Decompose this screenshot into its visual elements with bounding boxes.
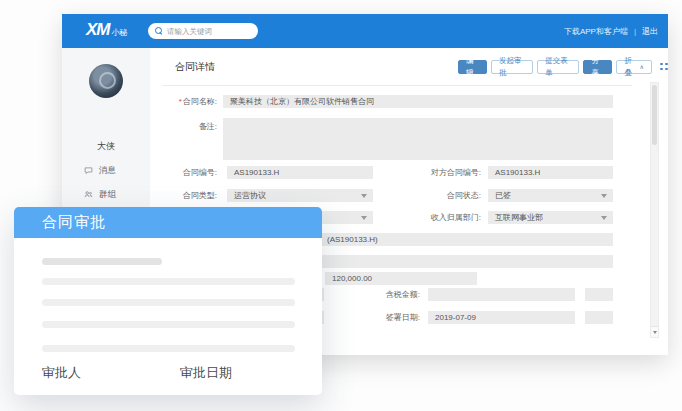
logo-subtext: 小秘 xyxy=(112,27,128,38)
counterpart-no-field[interactable]: AS190133.H xyxy=(488,166,613,179)
tax-amount-field[interactable] xyxy=(428,288,575,301)
counterpart-no-label: 对方合同编号: xyxy=(401,166,481,179)
message-icon xyxy=(84,166,93,175)
logo-text: XM xyxy=(86,20,110,40)
contract-name-label: *合同名称: xyxy=(137,95,217,108)
approver-label: 审批人 xyxy=(42,364,81,382)
collapse-button[interactable]: 折叠 ∧ xyxy=(616,60,652,74)
share-button[interactable]: 分享 xyxy=(583,60,612,74)
tax-amount-label: 含税金额: xyxy=(350,288,420,301)
sign-date-label: 签署日期: xyxy=(350,311,420,324)
page-background: XM 小秘 下载APP和客户端 | 退出 大侠 消息 xyxy=(0,0,682,411)
app-logo: XM 小秘 xyxy=(86,20,128,40)
sidebar-item-label: 群组 xyxy=(99,189,116,201)
card-title: 合同审批 xyxy=(42,213,106,232)
sidebar-item-messages[interactable]: 消息 xyxy=(62,162,150,179)
field-stub[interactable] xyxy=(585,311,613,324)
search-input[interactable] xyxy=(167,27,251,36)
chevron-down-icon xyxy=(601,216,607,220)
topbar-links: 下载APP和客户端 | 退出 xyxy=(564,14,658,48)
sidebar-item-label: 消息 xyxy=(99,165,116,177)
remark-textarea[interactable] xyxy=(223,118,613,160)
sign-date-field[interactable]: 2019-07-09 xyxy=(428,311,575,324)
contract-type-select[interactable]: 运营协议 xyxy=(227,189,373,202)
approval-date-label: 审批日期 xyxy=(180,364,232,382)
scrollbar-thumb[interactable] xyxy=(652,85,657,145)
start-approval-button[interactable]: 发起审批 xyxy=(491,60,533,74)
global-search[interactable] xyxy=(148,23,258,39)
vertical-scrollbar[interactable] xyxy=(650,82,659,338)
username: 大侠 xyxy=(62,140,150,153)
required-mark: * xyxy=(179,97,182,106)
amount-field[interactable]: 120,000.00 xyxy=(325,272,477,285)
skeleton-line xyxy=(42,258,162,265)
submit-form-button[interactable]: 提交表单 xyxy=(537,60,579,74)
page-title: 合同详情 xyxy=(175,60,215,74)
chevron-down-icon xyxy=(361,194,367,198)
contract-status-label: 合同状态: xyxy=(401,189,481,202)
top-navigation-bar: XM 小秘 下载APP和客户端 | 退出 xyxy=(62,14,668,48)
skeleton-line xyxy=(42,345,295,352)
chevron-down-icon xyxy=(601,194,607,198)
action-button-row: 编辑 发起审批 提交表单 分享 折叠 ∧ xyxy=(458,60,668,74)
remark-label: 备注: xyxy=(147,120,217,133)
link-divider: | xyxy=(634,27,636,36)
expand-grid-icon[interactable] xyxy=(660,63,668,72)
contract-no-field[interactable]: AS190133.H xyxy=(227,166,373,179)
field-stub[interactable] xyxy=(585,288,613,301)
sidebar-item-groups[interactable]: 群组 xyxy=(62,186,150,203)
logout-link[interactable]: 退出 xyxy=(642,26,658,37)
avatar[interactable] xyxy=(89,64,123,98)
collapse-label: 折叠 xyxy=(624,55,636,79)
header-divider xyxy=(162,85,632,86)
scrollbar-down-arrow[interactable] xyxy=(651,326,658,337)
skeleton-line xyxy=(42,278,295,285)
chevron-down-icon xyxy=(361,216,367,220)
group-icon xyxy=(84,190,93,199)
contract-name-field[interactable]: 聚美科技（北京）有限公司软件销售合同 xyxy=(223,95,613,108)
contract-no-label: 合同编号: xyxy=(147,166,217,179)
income-dept-select[interactable]: 互联网事业部 xyxy=(488,211,613,224)
income-dept-label: 收入归属部门: xyxy=(401,211,481,224)
download-app-link[interactable]: 下载APP和客户端 xyxy=(564,26,628,37)
chevron-up-icon: ∧ xyxy=(640,61,644,73)
contract-type-label: 合同类型: xyxy=(147,189,217,202)
skeleton-line xyxy=(42,299,295,306)
skeleton-line xyxy=(42,321,295,328)
card-header: 合同审批 xyxy=(14,207,322,238)
edit-button[interactable]: 编辑 xyxy=(458,60,487,74)
search-icon xyxy=(155,27,163,35)
contract-status-select[interactable]: 已签 xyxy=(488,189,613,202)
contract-approval-card: 合同审批 审批人 审批日期 xyxy=(14,207,322,395)
